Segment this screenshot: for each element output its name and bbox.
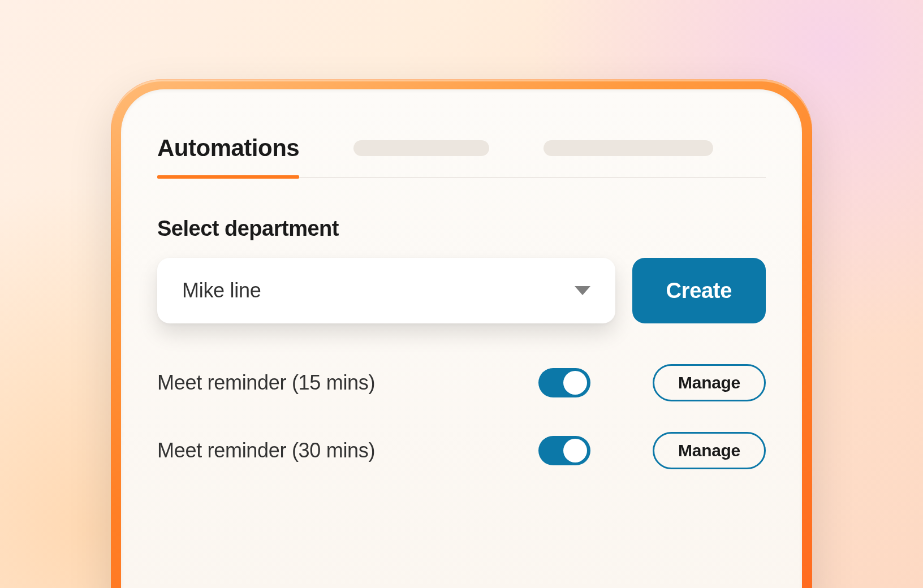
- create-button[interactable]: Create: [632, 258, 766, 323]
- screen: Automations Select department Mike line …: [121, 89, 802, 588]
- automation-label: Meet reminder (30 mins): [157, 439, 538, 462]
- tab-bar: Automations: [157, 135, 766, 178]
- tab-automations[interactable]: Automations: [157, 135, 299, 162]
- automation-toggle[interactable]: [538, 436, 590, 465]
- tab-placeholder-2: [544, 140, 713, 156]
- department-section-label: Select department: [157, 217, 766, 241]
- automation-label: Meet reminder (15 mins): [157, 371, 538, 395]
- automation-list: Meet reminder (15 mins) Manage Meet remi…: [157, 364, 766, 469]
- manage-button[interactable]: Manage: [653, 364, 766, 401]
- automation-item: Meet reminder (30 mins) Manage: [157, 432, 766, 469]
- tab-placeholder-1: [353, 140, 489, 156]
- automation-item: Meet reminder (15 mins) Manage: [157, 364, 766, 401]
- chevron-down-icon: [575, 286, 590, 295]
- department-dropdown[interactable]: Mike line: [157, 258, 615, 323]
- manage-button[interactable]: Manage: [653, 432, 766, 469]
- department-selected-value: Mike line: [182, 279, 261, 302]
- device-frame: Automations Select department Mike line …: [111, 79, 812, 588]
- automation-toggle[interactable]: [538, 368, 590, 397]
